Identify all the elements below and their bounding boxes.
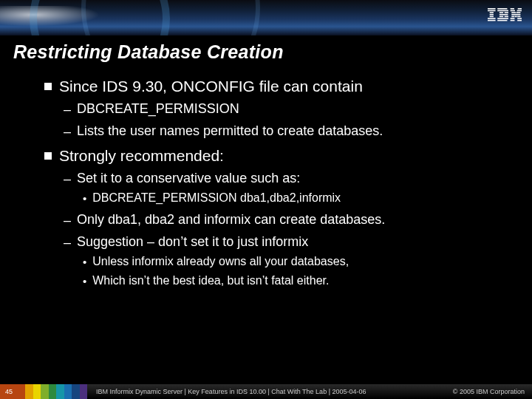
- dash-bullet-icon: –: [64, 123, 71, 140]
- svg-rect-6: [488, 20, 496, 21]
- bullet-text: Set it to a conservative value such as:: [77, 171, 300, 187]
- svg-rect-7: [497, 8, 507, 10]
- banner-graphic: [0, 0, 532, 35]
- bullet-text: Strongly recommended:: [59, 147, 224, 165]
- bullet-level2: –Only dba1, dba2 and informix can create…: [64, 212, 532, 228]
- svg-rect-15: [497, 20, 507, 21]
- footer-text: IBM Informix Dynamic Server | Key Featur…: [96, 384, 366, 399]
- svg-rect-2: [490, 12, 494, 13]
- content-area: Since IDS 9.30, ONCONFIG file can contai…: [0, 78, 532, 289]
- bullet-text: Only dba1, dba2 and informix can create …: [77, 212, 385, 228]
- svg-rect-20: [511, 12, 516, 13]
- bullet-level2: –Set it to a conservative value such as:: [64, 171, 532, 187]
- bullet-level2: –Suggestion – don’t set it to just infor…: [64, 234, 532, 250]
- bullet-text: DBCREATE_PERMISSION: [77, 101, 239, 117]
- svg-rect-28: [511, 20, 515, 21]
- dash-bullet-icon: –: [64, 101, 71, 117]
- square-bullet-icon: [44, 83, 52, 90]
- svg-rect-23: [511, 16, 514, 18]
- svg-rect-12: [499, 16, 503, 18]
- svg-rect-14: [497, 18, 508, 19]
- bullet-level3: •Which isn’t the best idea, but isn’t fa…: [83, 274, 532, 289]
- svg-rect-19: [517, 10, 522, 12]
- bullet-text: Unless informix already owns all your da…: [92, 255, 349, 270]
- bullet-text: Suggestion – don’t set it to just inform…: [77, 234, 308, 250]
- svg-rect-21: [516, 12, 521, 13]
- square-bullet-icon: [44, 152, 52, 160]
- footer: 45 IBM Informix Dynamic Server | Key Fea…: [0, 384, 532, 399]
- svg-rect-29: [517, 20, 522, 21]
- dot-bullet-icon: •: [83, 255, 86, 270]
- slide-title: Restricting Database Creation: [0, 35, 532, 70]
- svg-rect-26: [511, 18, 515, 19]
- svg-rect-27: [517, 18, 522, 19]
- svg-rect-13: [505, 16, 508, 18]
- bullet-level2: –DBCREATE_PERMISSION: [64, 101, 532, 117]
- ibm-logo: [488, 7, 522, 25]
- svg-rect-8: [497, 10, 508, 12]
- bullet-text: Lists the user names permitted to create…: [77, 123, 383, 140]
- bullet-level2: –Lists the user names permitted to creat…: [64, 123, 532, 140]
- svg-rect-24: [515, 16, 517, 18]
- svg-rect-11: [499, 14, 508, 16]
- bullet-text: Since IDS 9.30, ONCONFIG file can contai…: [59, 78, 363, 95]
- bullet-text: DBCREATE_PERMISSION dba1,dba2,informix: [92, 191, 341, 206]
- bullet-level3: •DBCREATE_PERMISSION dba1,dba2,informix: [83, 191, 532, 206]
- svg-rect-17: [518, 8, 522, 10]
- svg-rect-4: [490, 16, 494, 18]
- svg-rect-16: [511, 8, 514, 10]
- bullet-level1: Strongly recommended:: [44, 147, 532, 165]
- svg-rect-10: [505, 12, 508, 13]
- dot-bullet-icon: •: [83, 191, 86, 206]
- svg-rect-9: [499, 12, 503, 13]
- dash-bullet-icon: –: [64, 234, 71, 250]
- slide: Restricting Database Creation Since IDS …: [0, 0, 532, 399]
- svg-rect-3: [490, 14, 494, 16]
- dash-bullet-icon: –: [64, 212, 71, 228]
- color-strip: [18, 384, 87, 399]
- copyright: © 2005 IBM Corporation: [453, 384, 525, 399]
- svg-rect-22: [511, 14, 520, 16]
- svg-rect-5: [488, 18, 496, 19]
- svg-rect-25: [517, 16, 520, 18]
- svg-rect-1: [488, 10, 496, 12]
- svg-rect-18: [511, 10, 515, 12]
- bullet-text: Which isn’t the best idea, but isn’t fat…: [92, 274, 329, 289]
- dot-bullet-icon: •: [83, 274, 86, 289]
- dash-bullet-icon: –: [64, 171, 71, 187]
- svg-rect-0: [488, 8, 496, 10]
- bullet-level3: •Unless informix already owns all your d…: [83, 255, 532, 270]
- page-number: 45: [0, 384, 18, 399]
- bullet-level1: Since IDS 9.30, ONCONFIG file can contai…: [44, 78, 532, 95]
